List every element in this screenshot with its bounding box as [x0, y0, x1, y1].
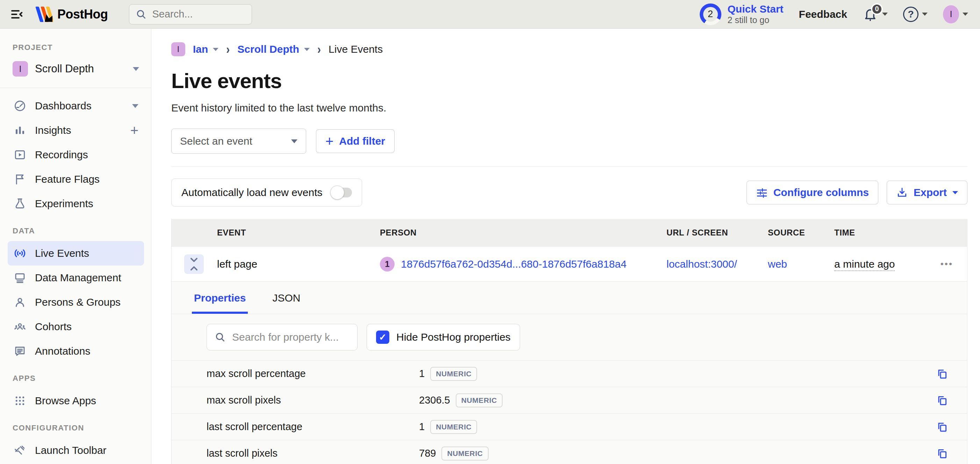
person-icon [13, 296, 27, 309]
export-button[interactable]: Export [887, 181, 967, 204]
property-search-input[interactable]: Search for property k... [207, 324, 358, 350]
project-switcher[interactable]: I Scroll Depth [8, 58, 144, 80]
event-detail-panel: Properties JSON Search for property k... [172, 281, 967, 464]
breadcrumb-item-project[interactable]: Scroll Depth [237, 43, 310, 55]
search-icon [215, 332, 226, 343]
avatar: I [943, 5, 959, 24]
property-value: 789 [419, 448, 436, 459]
divider [171, 166, 967, 167]
chevron-down-icon [952, 191, 958, 194]
sidebar-section-data: DATA [13, 226, 144, 235]
plus-icon[interactable]: + [130, 123, 138, 137]
tab-properties[interactable]: Properties [192, 281, 248, 314]
event-select[interactable]: Select an event [171, 129, 306, 154]
sidebar-item-annotations[interactable]: Annotations [8, 339, 144, 363]
sidebar-item-browse-apps[interactable]: Browse Apps [8, 389, 144, 413]
source-link[interactable]: web [768, 258, 787, 270]
table-header-row: EVENT PERSON URL / SCREEN SOURCE TIME [172, 219, 967, 246]
sidebar-item-persons-groups[interactable]: Persons & Groups [8, 290, 144, 315]
property-key: max scroll percentage [172, 368, 419, 380]
sidebar-item-launch-toolbar[interactable]: Launch Toolbar [8, 438, 144, 462]
table-actions: Configure columns Export [746, 181, 967, 204]
column-header-url: URL / SCREEN [654, 228, 755, 238]
collapse-sidebar-icon[interactable] [9, 6, 25, 22]
configure-columns-button[interactable]: Configure columns [746, 181, 878, 204]
property-row: last scroll percentage 1 NUMERIC [172, 413, 967, 440]
sidebar-section-apps: APPS [13, 374, 144, 383]
column-header-source: SOURCE [755, 228, 822, 238]
breadcrumb-separator: › [317, 42, 321, 57]
events-table: EVENT PERSON URL / SCREEN SOURCE TIME le… [171, 219, 967, 464]
event-select-value: Select an event [180, 135, 252, 147]
search-icon [135, 9, 147, 20]
page-title: Live events [171, 69, 967, 93]
flask-icon [13, 197, 27, 210]
help-icon: ? [903, 6, 918, 22]
chevron-down-icon [132, 104, 138, 108]
copy-icon[interactable] [936, 368, 948, 380]
sidebar-item-label: Launch Toolbar [35, 445, 107, 456]
app-root: PostHog Search... 2 Quick Start 2 still … [0, 0, 980, 464]
hide-posthog-properties-checkbox[interactable]: ✓ Hide PostHog properties [367, 324, 520, 350]
tab-json[interactable]: JSON [270, 281, 302, 314]
sidebar-item-live-events[interactable]: Live Events [8, 241, 144, 265]
sidebar-item-feature-flags[interactable]: Feature Flags [8, 167, 144, 191]
person-avatar: 1 [380, 257, 395, 272]
breadcrumb-item-org[interactable]: Ian [193, 43, 218, 55]
copy-icon[interactable] [936, 448, 948, 459]
sidebar-item-dashboards[interactable]: Dashboards [8, 94, 144, 118]
posthog-logo[interactable]: PostHog [35, 6, 108, 23]
sidebar-item-cohorts[interactable]: Cohorts [8, 315, 144, 339]
property-type-badge: NUMERIC [430, 367, 477, 381]
property-type-badge: NUMERIC [430, 420, 477, 434]
chevron-down-icon [882, 13, 888, 16]
sidebar-item-label: Experiments [35, 198, 93, 210]
sidebar-item-insights[interactable]: Insights + [8, 118, 144, 143]
person-link[interactable]: 1876d57f6a762-0d354d...680-1876d57f6a818… [401, 258, 627, 270]
bar-chart-icon [13, 124, 27, 137]
sidebar-divider [0, 88, 151, 88]
project-name: Scroll Depth [35, 62, 94, 75]
notifications-button[interactable]: 0 [862, 6, 888, 23]
collapse-row-button[interactable] [184, 254, 204, 274]
event-name[interactable]: left page [217, 258, 257, 270]
copy-icon[interactable] [936, 394, 948, 406]
copy-icon[interactable] [936, 421, 948, 433]
more-actions-icon[interactable]: ••• [940, 259, 953, 269]
autoload-toggle[interactable] [332, 188, 352, 197]
property-row: max scroll percentage 1 NUMERIC [172, 360, 967, 387]
sidebar-item-label: Feature Flags [35, 173, 100, 185]
sidebar-item-experiments[interactable]: Experiments [8, 191, 144, 216]
filter-row: Select an event + Add filter [171, 129, 967, 154]
url-link[interactable]: localhost:3000/ [667, 258, 737, 270]
account-menu[interactable]: I [943, 5, 968, 24]
sidebar-item-label: Data Management [35, 272, 121, 284]
sidebar-item-recordings[interactable]: Recordings [8, 143, 144, 167]
flag-icon [13, 173, 27, 186]
property-key: last scroll percentage [172, 421, 419, 432]
top-bar: PostHog Search... 2 Quick Start 2 still … [0, 0, 980, 29]
property-key: last scroll pixels [172, 448, 419, 459]
autoload-toggle-row[interactable]: Automatically load new events [171, 178, 362, 207]
add-filter-button[interactable]: + Add filter [316, 129, 395, 153]
search-placeholder: Search... [153, 8, 193, 20]
property-type-badge: NUMERIC [441, 447, 488, 461]
column-header-event: EVENT [210, 228, 364, 238]
notification-badge: 0 [871, 3, 883, 15]
sidebar-item-label: Cohorts [35, 321, 72, 333]
chevron-down-icon [922, 13, 928, 16]
dashboard-gauge-icon [13, 99, 27, 113]
feedback-button[interactable]: Feedback [799, 8, 847, 20]
person-cell: 1 1876d57f6a762-0d354d...680-1876d57f6a8… [380, 257, 654, 272]
breadcrumb: I Ian › Scroll Depth › Live Events [171, 42, 967, 56]
help-button[interactable]: ? [903, 6, 928, 22]
column-header-person: PERSON [364, 228, 654, 238]
main-content: I Ian › Scroll Depth › Live Events Live … [152, 29, 980, 464]
sidebar-item-data-management[interactable]: Data Management [8, 265, 144, 290]
global-search-input[interactable]: Search... [129, 4, 252, 24]
export-label: Export [913, 187, 947, 199]
posthog-logo-icon [35, 6, 53, 23]
quick-start-button[interactable]: 2 Quick Start 2 still to go [700, 3, 784, 25]
plus-icon: + [325, 134, 333, 148]
chevron-down-icon [304, 48, 310, 51]
